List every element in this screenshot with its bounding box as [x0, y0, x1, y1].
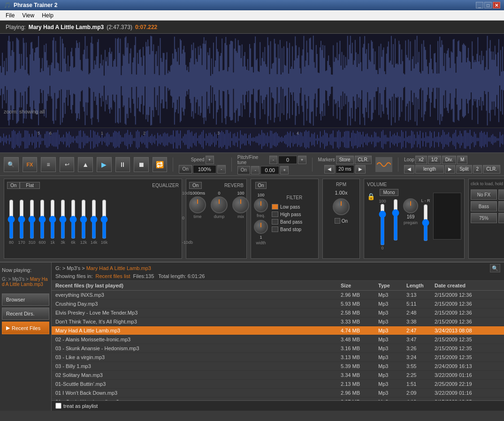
pitch-on-button[interactable]: On: [237, 166, 250, 174]
menu-file[interactable]: File: [2, 11, 18, 20]
table-row[interactable]: 01 I Won't Back Down.mp32.96 MBMp32:093/…: [52, 389, 504, 398]
eq-slider-2[interactable]: [28, 199, 36, 239]
marker-next-button[interactable]: ▶: [355, 165, 366, 173]
table-row[interactable]: Elvis Presley - Love Me Tender.Mp32.58 M…: [52, 308, 504, 317]
loop-half-button[interactable]: 1/2: [428, 156, 441, 164]
marker-prev-button[interactable]: ◀: [324, 165, 335, 173]
table-row[interactable]: 03 - Billy 1.mp35.39 MBMp33:552/24/2009 …: [52, 362, 504, 371]
waveform-main[interactable]: 0:07.222 5 6 1 2 3 4: [0, 34, 504, 128]
loop-div-button[interactable]: Div.: [442, 156, 456, 164]
preset-btn-6[interactable]: Bass: [471, 201, 497, 211]
pregain-knob[interactable]: [403, 198, 418, 213]
finetune-up-button[interactable]: +: [280, 166, 289, 174]
preset-btn-7[interactable]: -BASS: [498, 201, 504, 211]
reverb-dump-knob[interactable]: [211, 196, 228, 213]
rpm-on-checkbox[interactable]: [335, 218, 340, 224]
finetune-down-button[interactable]: -: [251, 166, 260, 174]
preset-btn-0[interactable]: No FX: [471, 189, 497, 200]
eq-on-button[interactable]: On: [7, 182, 20, 189]
markers-clr-button[interactable]: CLR.: [355, 156, 372, 164]
eq-slider-6[interactable]: [69, 199, 77, 239]
mono-button[interactable]: Mono: [380, 189, 398, 196]
reverb-mix-value: 100: [237, 191, 244, 195]
maximize-button[interactable]: □: [484, 2, 492, 8]
table-row[interactable]: Mary Had A Little Lamb.mp34.74 MBMp32:47…: [52, 326, 504, 335]
eq-slider-9[interactable]: [100, 199, 108, 239]
table-row[interactable]: 03 - Skunk Anansie - Hedonism.mp33.16 MB…: [52, 344, 504, 353]
search-icon-btn[interactable]: 🔍: [490, 264, 500, 272]
fx-button[interactable]: FX: [23, 157, 38, 172]
browser-button[interactable]: Browser: [2, 293, 49, 306]
speed-down-button[interactable]: -: [217, 165, 226, 173]
playing-time: 0:07.222: [135, 24, 157, 30]
eq-slider-1[interactable]: [17, 199, 26, 239]
pitch-down-button[interactable]: +: [298, 156, 306, 164]
file-list-container: G: > Mp3's > Mary Had A Little Lamb.mp3 …: [52, 263, 504, 411]
recent-dirs-button[interactable]: Recent Dirs.: [2, 308, 49, 320]
store-button[interactable]: Store: [336, 156, 354, 164]
preset-btn-13[interactable]: 120%: [498, 213, 504, 223]
eq-slider-7[interactable]: [79, 199, 88, 239]
table-row[interactable]: 02 - Alanis Morissette-Ironic.mp33.48 MB…: [52, 335, 504, 344]
filter-freq-knob[interactable]: [254, 198, 268, 212]
search-button[interactable]: 🔍: [4, 157, 19, 172]
script-button[interactable]: ≡: [41, 157, 56, 172]
filter-highpass: High pass: [272, 211, 302, 217]
reverb-mix-knob[interactable]: [232, 196, 249, 213]
table-row[interactable]: 03 - Like a virgin.mp33.13 MBMp33:242/15…: [52, 353, 504, 362]
menu-help[interactable]: Help: [38, 11, 57, 20]
preset-btn-1[interactable]: Rock: [498, 189, 504, 200]
minimize-button[interactable]: _: [476, 2, 483, 8]
filter-on-button[interactable]: On: [255, 182, 266, 189]
loop-two-button[interactable]: 2: [473, 165, 482, 173]
vol-max-label: 100: [379, 199, 386, 203]
close-button[interactable]: ✕: [493, 2, 500, 8]
reverb-time-knob[interactable]: [189, 196, 206, 213]
repeat-button[interactable]: 🔁: [153, 157, 168, 172]
table-row[interactable]: Don't Think Twice, It's All Right.mp33.3…: [52, 317, 504, 326]
eq-slider-3[interactable]: [38, 199, 46, 239]
table-row[interactable]: 01-Scuttle Buttin'.mp32.13 MBMp31:512/25…: [52, 380, 504, 389]
speed-on-button[interactable]: On: [179, 165, 191, 173]
table-row[interactable]: Crushing Day.mp35.93 MBMp35:112/15/2009 …: [52, 300, 504, 308]
filter-width-knob[interactable]: [254, 220, 268, 234]
reverb-on-button[interactable]: On: [189, 182, 202, 189]
loop-x2-button[interactable]: x2: [415, 156, 427, 164]
eq-slider-0[interactable]: [7, 199, 15, 239]
volume-secondary-slider[interactable]: [391, 199, 400, 241]
loop-fwd-button[interactable]: ▶: [445, 165, 455, 173]
play-button[interactable]: ▶: [97, 157, 112, 172]
eq-slider-8[interactable]: [90, 199, 98, 239]
loop-button[interactable]: ↩: [60, 157, 75, 172]
waveform-ruler[interactable]: 5 6 1 2 3 4: [0, 128, 504, 151]
eq-band-0: 80: [7, 199, 15, 245]
volume-main-slider[interactable]: [378, 203, 387, 246]
menu-view[interactable]: View: [18, 11, 38, 20]
eq-slider-4[interactable]: [48, 199, 57, 239]
eq-band-2: 310: [28, 199, 36, 245]
stop-button[interactable]: ⏹: [134, 157, 149, 172]
lock-icon[interactable]: 🔒: [367, 193, 375, 200]
speed-up-button[interactable]: +: [206, 156, 214, 164]
table-row[interactable]: 02 Solitary Man.mp33.34 MBMp32:253/22/20…: [52, 371, 504, 380]
pitch-up-button[interactable]: -: [269, 156, 278, 164]
active-arrow: ▶: [6, 325, 10, 331]
waveform-area[interactable]: 0:07.222 5 6 1 2 3 4: [0, 34, 504, 153]
eq-flat-button[interactable]: Flat: [20, 182, 40, 189]
loop-split-button[interactable]: Split: [456, 165, 472, 173]
pause-button[interactable]: ⏸: [115, 157, 130, 172]
lr-slider[interactable]: [421, 204, 430, 241]
eq-slider-5[interactable]: [59, 199, 67, 239]
loop-m-button[interactable]: M: [457, 156, 467, 164]
table-row[interactable]: everything INXS.mp32.96 MBMp33:132/15/20…: [52, 291, 504, 300]
loop-clr-button[interactable]: CLR.: [483, 165, 500, 173]
playlist-checkbox[interactable]: [55, 403, 61, 409]
presets-click-label: click to load, hold down to save: [471, 181, 504, 186]
preset-btn-12[interactable]: 75%: [471, 213, 497, 223]
loop-length-button[interactable]: length: [415, 165, 444, 173]
svg-text:1: 1: [101, 131, 103, 135]
recent-files-button[interactable]: ▶ Recent Files: [2, 322, 49, 334]
prev-button[interactable]: ▲: [78, 157, 93, 172]
rpm-knob[interactable]: [333, 198, 350, 215]
loop-back-button[interactable]: ◀: [404, 165, 414, 173]
